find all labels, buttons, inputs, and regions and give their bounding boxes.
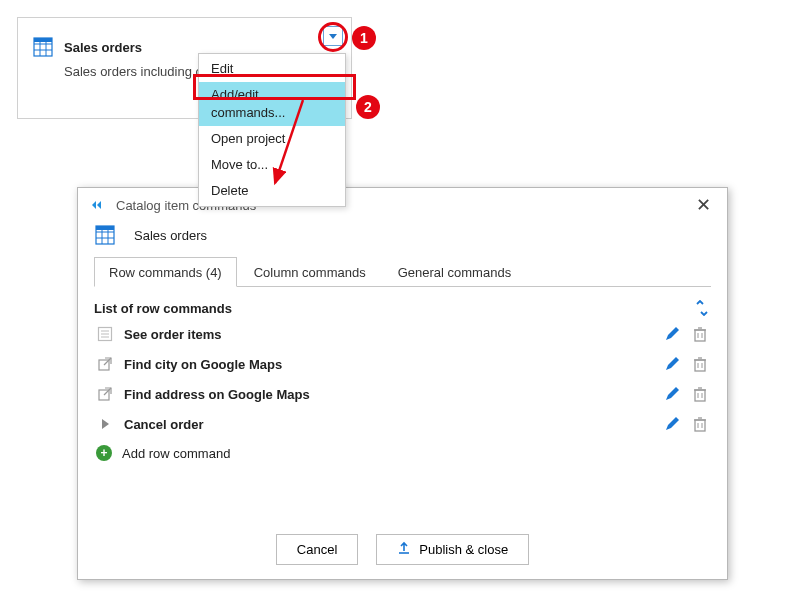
external-link-icon [96, 355, 114, 373]
delete-icon[interactable] [691, 385, 709, 403]
tab-general-commands[interactable]: General commands [383, 257, 526, 287]
svg-rect-31 [695, 390, 705, 401]
add-row-label: Add row command [122, 446, 230, 461]
app-icon [92, 199, 108, 211]
tab-column-commands[interactable]: Column commands [239, 257, 381, 287]
callout-badge-1: 1 [352, 26, 376, 50]
callout-badge-2: 2 [356, 95, 380, 119]
svg-line-30 [104, 388, 111, 395]
dialog-catalog-name: Sales orders [134, 228, 207, 243]
command-row: See order items [94, 319, 711, 349]
svg-rect-17 [695, 330, 705, 341]
dialog-footer: Cancel Publish & close [78, 520, 727, 579]
menu-item-edit[interactable]: Edit [199, 56, 345, 82]
svg-line-23 [104, 358, 111, 365]
cancel-button[interactable]: Cancel [276, 534, 358, 565]
delete-icon[interactable] [691, 415, 709, 433]
menu-item-move-to[interactable]: Move to... [199, 152, 345, 178]
tab-row-commands[interactable]: Row commands (4) [94, 257, 237, 287]
edit-icon[interactable] [663, 385, 681, 403]
table-icon [94, 224, 116, 246]
callout-number: 2 [364, 99, 372, 115]
publish-label: Publish & close [419, 542, 508, 557]
plus-icon: + [96, 445, 112, 461]
command-row: Find address on Google Maps [94, 379, 711, 409]
command-label: Find city on Google Maps [124, 357, 663, 372]
list-header: List of row commands [94, 301, 232, 316]
sort-icon[interactable] [693, 299, 711, 317]
callout-number: 1 [360, 30, 368, 46]
catalog-title: Sales orders [64, 40, 142, 55]
publish-close-button[interactable]: Publish & close [376, 534, 529, 565]
dialog-titlebar: Catalog item commands ✕ [78, 188, 727, 222]
svg-rect-36 [695, 420, 705, 431]
menu-item-add-edit-commands[interactable]: Add/edit commands... [199, 82, 345, 126]
context-menu: Edit Add/edit commands... Open project M… [198, 53, 346, 207]
command-list: See order items Find city on Google Maps [94, 319, 711, 467]
command-label: Find address on Google Maps [124, 387, 663, 402]
delete-icon[interactable] [691, 325, 709, 343]
edit-icon[interactable] [663, 355, 681, 373]
command-row: Find city on Google Maps [94, 349, 711, 379]
delete-icon[interactable] [691, 355, 709, 373]
menu-item-delete[interactable]: Delete [199, 178, 345, 204]
cancel-label: Cancel [297, 542, 337, 557]
command-label: See order items [124, 327, 663, 342]
command-row: Cancel order [94, 409, 711, 439]
play-icon [96, 415, 114, 433]
catalog-menu-trigger[interactable] [323, 26, 343, 46]
close-button[interactable]: ✕ [690, 192, 717, 218]
details-icon [96, 325, 114, 343]
external-link-icon [96, 385, 114, 403]
edit-icon[interactable] [663, 415, 681, 433]
commands-dialog: Catalog item commands ✕ Sales orders Row… [77, 187, 728, 580]
svg-rect-12 [96, 226, 114, 230]
chevron-down-icon [329, 34, 337, 39]
table-icon [32, 36, 54, 58]
svg-rect-24 [695, 360, 705, 371]
upload-icon [397, 541, 411, 558]
command-label: Cancel order [124, 417, 663, 432]
svg-rect-5 [34, 38, 52, 42]
edit-icon[interactable] [663, 325, 681, 343]
tabs: Row commands (4) Column commands General… [94, 256, 711, 287]
add-row-command[interactable]: + Add row command [94, 439, 711, 467]
menu-item-open-project[interactable]: Open project [199, 126, 345, 152]
